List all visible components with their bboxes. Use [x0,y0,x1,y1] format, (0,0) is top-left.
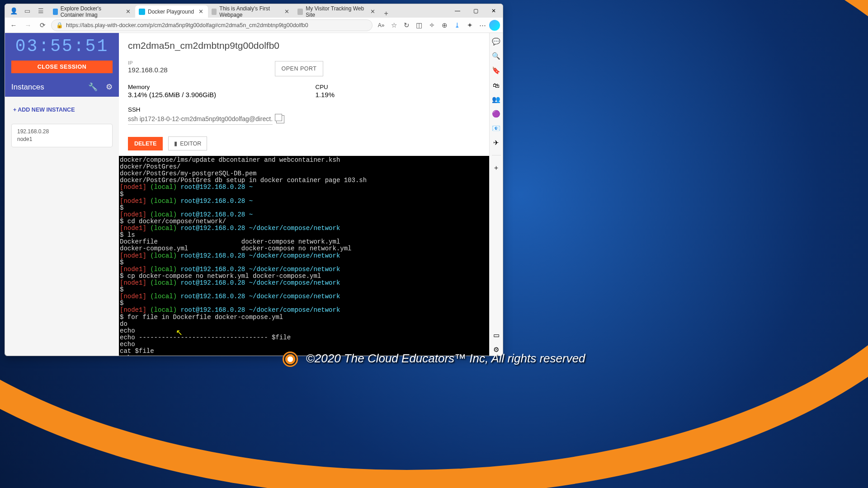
vertical-tabs-icon[interactable]: ☰ [34,4,47,18]
node-title: cm2dma5n_cm2dmbtnp9tg00dolfb0 [128,40,494,51]
favorite-icon[interactable]: ☆ [388,19,400,31]
ip-label: IP [128,60,133,66]
profile-avatar-icon[interactable]: 👤 [7,4,20,18]
gear-icon[interactable]: ⚙ [106,82,113,92]
delete-button[interactable]: DELETE [128,137,163,150]
page-icon [212,9,217,15]
main-panel: cm2dma5n_cm2dmbtnp9tg00dolfb0 IP 192.168… [119,33,503,356]
close-window-button[interactable]: ✕ [485,4,503,18]
downloads-icon[interactable]: ⤓ [451,19,463,31]
ssh-label: SSH [128,106,140,113]
ssh-input[interactable] [128,113,273,125]
send-icon[interactable]: ✈ [492,139,500,147]
outlook-icon[interactable]: 📧 [492,124,500,132]
file-icon: ▮ [174,140,177,147]
minimize-button[interactable]: ― [448,4,467,18]
ip-value: 192.168.0.28 [128,66,168,74]
chat-icon[interactable]: 💬 [492,38,500,46]
session-timer: 03:55:51 [5,33,119,58]
close-session-button[interactable]: CLOSE SESSION [11,61,113,73]
cpu-value: 1.19% [316,91,335,99]
extensions-icon[interactable]: ✦ [464,19,476,31]
url-input[interactable]: 🔒 https://labs.play-with-docker.com/p/cm… [51,19,373,31]
instance-name: node1 [17,136,107,143]
back-button[interactable]: ← [8,19,19,31]
refresh-button[interactable]: ⟳ [37,19,48,31]
cpu-label: CPU [316,84,328,90]
reload-ext-icon[interactable]: ↻ [401,19,412,31]
close-icon[interactable]: ✕ [284,8,289,15]
tab-label: Explore Docker's Container Imag [61,5,121,18]
tab-explore-docker[interactable]: Explore Docker's Container Imag ✕ [49,5,135,18]
editor-label: EDITOR [180,141,201,147]
instances-heading: Instances [11,83,44,92]
read-aloud-icon[interactable]: A» [375,19,387,31]
wrench-icon[interactable]: 🔧 [88,82,98,92]
new-tab-button[interactable]: + [380,9,392,18]
tab-visitor-tracking[interactable]: My Visitor Tracking Web Site ✕ [294,5,380,18]
copy-icon[interactable] [276,115,284,123]
close-icon[interactable]: ✕ [126,8,131,15]
settings-icon[interactable]: ⚙ [492,346,500,354]
people-icon[interactable]: 👥 [492,95,500,103]
office-icon[interactable]: 🟣 [492,110,500,118]
search-icon[interactable]: 🔍 [492,52,500,60]
tab-actions-icon[interactable]: ▭ [20,4,34,18]
edge-sidebar: 💬 🔍 🔖 🛍 👥 🟣 📧 ✈ ＋ ▭ ⚙ [489,33,503,356]
maximize-button[interactable]: ▢ [467,4,485,18]
shopping-icon[interactable]: 🛍 [492,81,500,89]
tab-label: My Visitor Tracking Web Site [306,5,366,18]
more-icon[interactable]: ⋯ [476,19,488,31]
page-icon [297,9,303,15]
pwd-sidebar: 03:55:51 CLOSE SESSION Instances 🔧 ⚙ + A… [5,33,119,356]
profile-badge[interactable] [489,20,500,31]
tag-icon[interactable]: 🔖 [492,66,500,75]
browser-window: 👤 ▭ ☰ Explore Docker's Container Imag ✕ … [5,4,503,356]
close-icon[interactable]: ✕ [370,8,375,15]
terminal[interactable]: docker/compose/lms/update dbcontainer an… [119,156,503,356]
docker-icon [139,9,145,15]
close-icon[interactable]: ✕ [198,8,203,15]
tab-label: This is Andialy's First Webpage [219,5,280,18]
lock-icon: 🔒 [56,22,63,28]
memory-value: 3.14% (125.6MiB / 3.906GiB) [128,91,216,99]
favorites-bar-icon[interactable]: ✧ [426,19,438,31]
panel-icon[interactable]: ▭ [492,331,500,339]
editor-button[interactable]: ▮ EDITOR [168,136,207,150]
memory-label: Memory [128,84,150,90]
tab-label: Docker Playground [148,9,194,15]
add-new-instance-button[interactable]: + ADD NEW INSTANCE [5,100,119,119]
open-port-button[interactable]: OPEN PORT [275,61,324,76]
tab-first-webpage[interactable]: This is Andialy's First Webpage ✕ [208,5,294,18]
split-screen-icon[interactable]: ◫ [413,19,425,31]
add-sidebar-icon[interactable]: ＋ [492,164,500,172]
tab-docker-playground[interactable]: Docker Playground ✕ [135,5,208,18]
forward-button[interactable]: → [22,19,34,31]
docker-icon [53,9,58,15]
collections-icon[interactable]: ⊕ [439,19,450,31]
address-bar: ← → ⟳ 🔒 https://labs.play-with-docker.co… [5,18,503,33]
instance-ip: 192.168.0.28 [17,128,107,136]
instance-card[interactable]: 192.168.0.28 node1 [11,124,113,147]
browser-titlebar: 👤 ▭ ☰ Explore Docker's Container Imag ✕ … [5,4,503,18]
url-text: https://labs.play-with-docker.com/p/cm2d… [66,22,308,28]
